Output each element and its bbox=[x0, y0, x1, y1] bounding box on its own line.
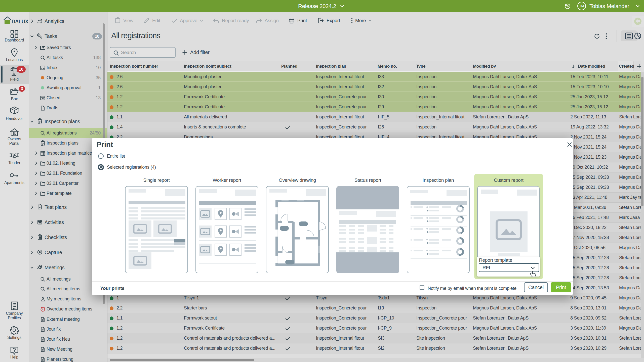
svg-text:DALUX: DALUX bbox=[12, 18, 28, 24]
